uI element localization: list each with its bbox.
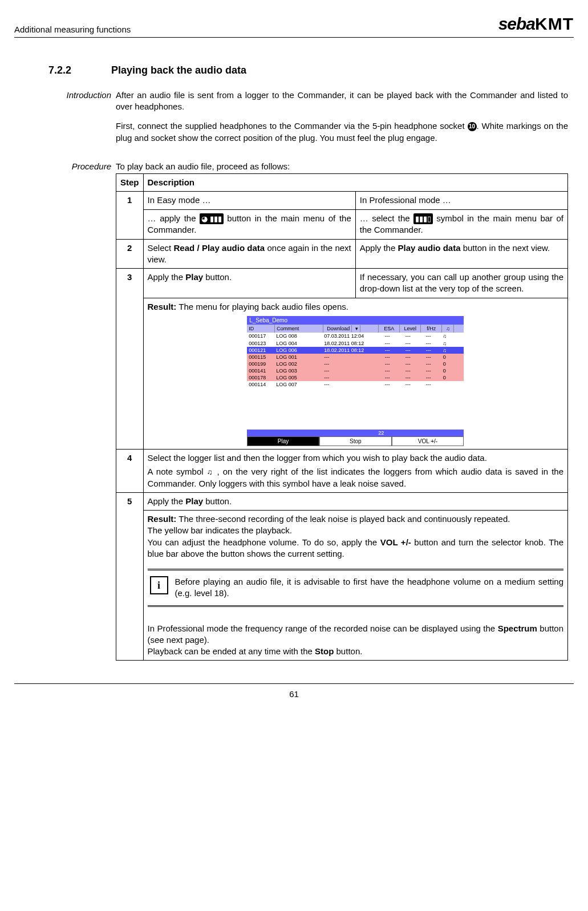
ss-row: 000199LOG 002------------0 — [247, 361, 464, 367]
procedure-lead: To play back an audio file, proceed as f… — [116, 161, 568, 172]
easy-mode-icon: ◕ ▮▮▮ — [200, 213, 224, 225]
section-title: Playing back the audio data — [111, 63, 246, 77]
info-icon — [150, 576, 168, 594]
step5-row: 5 Apply the Play button. — [116, 492, 568, 510]
ss-row: 000141LOG 003------------0 — [247, 367, 464, 374]
intro-block: Introduction After an audio file is sent… — [48, 90, 568, 152]
step2-num: 2 — [116, 239, 144, 269]
ss-row: 000178LOG 005------------0 — [247, 374, 464, 381]
step1-num: 1 — [116, 192, 144, 239]
step1-easy-head: In Easy mode … — [143, 192, 355, 209]
pro-mode-icon: ▮▮▮▯ — [413, 213, 433, 225]
step1-pro: … select the ▮▮▮▯ symbol in the main men… — [355, 209, 567, 239]
th-step: Step — [116, 174, 144, 192]
page-header: Additional measuring functions sebaKMT — [14, 13, 574, 38]
step3-result: Result: The menu for playing back audio … — [143, 298, 567, 450]
info-note: Before playing an audio file, it is advi… — [148, 569, 563, 607]
step3-pro: If necessary, you can call up another gr… — [355, 269, 567, 298]
ss-rows: 000117LOG 00807.03.2011 12:04---------♫0… — [247, 333, 464, 388]
procedure-body: To play back an audio file, proceed as f… — [116, 161, 568, 661]
socket-ref-icon: 10 — [468, 122, 477, 131]
page-footer: 61 — [14, 683, 574, 700]
note-icon: ♫ — [207, 468, 214, 476]
step5-desc: Apply the Play button. — [143, 492, 567, 510]
step5-result: Result: The three-second recording of th… — [143, 511, 567, 661]
ss-vol-button[interactable]: VOL +/- — [392, 436, 464, 447]
step1-pro-head: In Professional mode … — [355, 192, 567, 209]
table-header-row: Step Description — [116, 174, 568, 192]
intro-label: Introduction — [48, 90, 116, 152]
ss-title: L_Seba_Demo — [247, 316, 464, 325]
ss-volume-bar: 22 — [247, 430, 464, 436]
intro-p2: First, connect the supplied headphones t… — [116, 120, 568, 144]
ss-row: 000114LOG 007------------ — [247, 381, 464, 388]
step5-result-row: Result: The three-second recording of th… — [116, 511, 568, 661]
step2-row: 2 Select Read / Play audio data once aga… — [116, 239, 568, 269]
ss-row: 000115LOG 001------------0 — [247, 354, 464, 361]
logo-seba: seba — [498, 14, 535, 33]
ss-buttons: Play Stop VOL +/- — [247, 436, 464, 447]
step4-row: 4 Select the logger list and then the lo… — [116, 450, 568, 493]
logo: sebaKMT — [498, 13, 574, 36]
step4-num: 4 — [116, 450, 144, 493]
ss-row: 000121LOG 00618.02.2011 08:12---------♫ — [247, 347, 464, 354]
step3-num: 3 — [116, 269, 144, 450]
section-heading: 7.2.2 Playing back the audio data — [48, 63, 568, 77]
step5-num: 5 — [116, 492, 144, 661]
step3-easy: Apply the Play button. — [143, 269, 355, 298]
procedure-label: Procedure — [48, 161, 116, 661]
step1-head-row: 1 In Easy mode … In Professional mode … — [116, 192, 568, 209]
step2-pro: Apply the Play audio data button in the … — [355, 239, 567, 269]
ss-blank — [247, 388, 464, 428]
step1-body-row: … apply the ◕ ▮▮▮ button in the main men… — [116, 209, 568, 239]
procedure-block: Procedure To play back an audio file, pr… — [48, 161, 568, 661]
step4-desc: Select the logger list and then the logg… — [143, 450, 567, 493]
ss-stop-button[interactable]: Stop — [319, 436, 392, 447]
step1-easy: … apply the ◕ ▮▮▮ button in the main men… — [143, 209, 355, 239]
ss-play-button[interactable]: Play — [247, 436, 319, 447]
intro-body: After an audio file is sent from a logge… — [116, 90, 568, 152]
ss-header: ID Comment Download ▾ ESA Level f/Hz ♫ — [247, 325, 464, 333]
step3-result-row: Result: The menu for playing back audio … — [116, 298, 568, 450]
step2-easy: Select Read / Play audio data once again… — [143, 239, 355, 269]
page-number: 61 — [289, 689, 299, 699]
procedure-table: Step Description 1 In Easy mode … In Pro… — [116, 173, 568, 661]
header-title: Additional measuring functions — [14, 24, 131, 35]
th-description: Description — [143, 174, 567, 192]
step3-row: 3 Apply the Play button. If necessary, y… — [116, 269, 568, 298]
section-number: 7.2.2 — [48, 63, 111, 77]
ss-row: 000117LOG 00807.03.2011 12:04---------♫ — [247, 333, 464, 339]
logo-kmt: KMT — [535, 14, 574, 33]
playback-screenshot: L_Seba_Demo ID Comment Download ▾ ESA Le… — [247, 316, 464, 446]
info-text: Before playing an audio file, it is advi… — [175, 576, 563, 600]
content: 7.2.2 Playing back the audio data Introd… — [14, 63, 574, 661]
intro-p1: After an audio file is sent from a logge… — [116, 90, 568, 113]
ss-row: 000123LOG 00418.02.2011 08:12---------♫ — [247, 340, 464, 347]
